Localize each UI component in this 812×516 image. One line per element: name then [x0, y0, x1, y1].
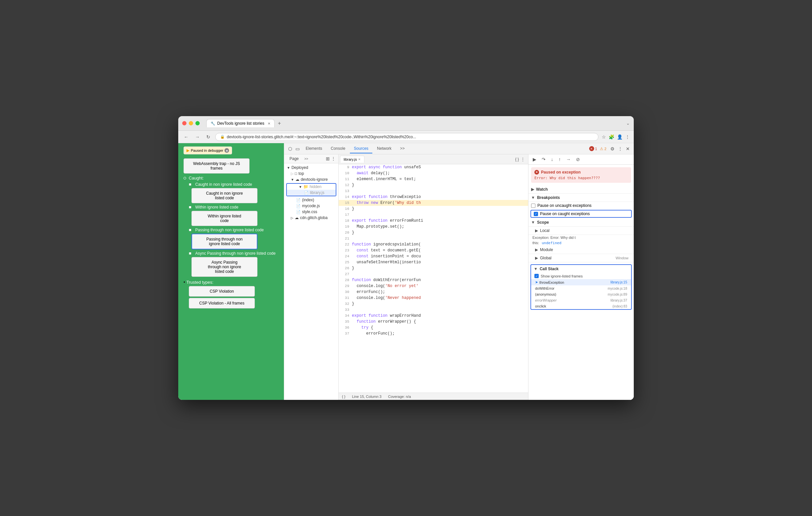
within-ignore-button[interactable]: Within ignore listedcode — [192, 211, 258, 226]
tab-console[interactable]: Console — [327, 144, 349, 153]
module-scope-header[interactable]: ▶ Module — [528, 246, 634, 254]
global-scope-header[interactable]: ▶ Global Window — [528, 254, 634, 262]
watch-section-header[interactable]: ▶ Watch — [528, 185, 634, 194]
back-button[interactable]: ← — [182, 133, 190, 141]
step-button[interactable]: → — [564, 156, 572, 163]
call-stack-frame-4[interactable]: onclick (index):83 — [531, 303, 631, 309]
pause-caught-item-highlighted: ✓ Pause on caught exceptions — [530, 210, 632, 218]
devtools-settings-icon[interactable]: ⚙ — [609, 145, 616, 153]
tab-elements[interactable]: Elements — [302, 144, 326, 153]
maximize-button[interactable] — [195, 121, 200, 125]
new-snippet-icon[interactable]: ⋮ — [331, 156, 336, 161]
code-line-32: 32 } — [339, 301, 528, 307]
tab-close-icon[interactable]: ✕ — [268, 122, 270, 125]
caught-non-ignore-button[interactable]: Caught in non ignorelisted code — [192, 188, 258, 203]
editor-format-icon[interactable]: { } — [515, 157, 519, 162]
exception-box: ✕ Paused on exception Error: Why did thi… — [531, 167, 631, 183]
tab-favicon-icon: 🔧 — [211, 121, 215, 126]
exception-error-icon: ✕ — [534, 170, 539, 175]
cloud-expand-icon: ▼ — [291, 178, 294, 181]
call-stack-frame-3[interactable]: errorWrapper library.js:37 — [531, 297, 631, 303]
call-stack-frame-1[interactable]: doWithError mycode.js:18 — [531, 285, 631, 291]
file-tree-hidden[interactable]: ▼ 📁 hidden — [287, 184, 336, 190]
editor-area[interactable]: 9 export async function unsafeS 10 await… — [339, 164, 528, 393]
warning-count[interactable]: ⚠ 2 — [600, 147, 606, 151]
code-line-18: 18 export function errorFromRunti — [339, 218, 528, 224]
page-tab[interactable]: Page — [287, 155, 301, 162]
file-tree-mycode[interactable]: 📄 mycode.js — [284, 203, 338, 209]
bookmark-icon[interactable]: ☆ — [602, 134, 606, 140]
this-value: undefined — [542, 241, 561, 245]
frame-3-fn: errorWrapper — [535, 298, 556, 302]
file-tree-style[interactable]: 📄 style.css — [284, 209, 338, 215]
devtools-device-icon[interactable]: ▭ — [294, 145, 301, 153]
reload-button[interactable]: ↻ — [205, 133, 212, 141]
top-label: top — [298, 171, 304, 176]
close-button[interactable] — [182, 121, 186, 125]
scope-arrow-icon: ▼ — [531, 220, 535, 225]
code-line-31: 31 console.log('Never happened — [339, 295, 528, 301]
devtools-close-icon[interactable]: ✕ — [625, 145, 631, 153]
minimize-button[interactable] — [189, 121, 193, 125]
async-passing-button[interactable]: Async Passingthrough non ignorelisted co… — [192, 257, 258, 277]
menu-icon[interactable]: ⋮ — [625, 134, 630, 140]
deactivate-breakpoints-button[interactable]: ⊘ — [574, 156, 582, 163]
file-tree-top[interactable]: ▷ □ top — [284, 171, 338, 177]
editor-more-icon[interactable]: ⋮ — [519, 156, 527, 162]
local-scope-header[interactable]: ▶ Local — [528, 227, 634, 235]
call-stack-header[interactable]: ▼ Call Stack — [531, 265, 631, 273]
call-stack-frame-0[interactable]: ➤ throwException library.js:15 — [531, 279, 631, 285]
file-tree: ▼ Deployed ▷ □ top ▼ ☁ devtools-ignore — [284, 163, 338, 400]
editor-tab-library-js[interactable]: library.js ✕ — [340, 156, 365, 163]
cursor-position-icon: { } — [342, 395, 345, 399]
step-over-button[interactable]: ↷ — [540, 156, 547, 163]
breakpoints-section-header[interactable]: ▼ Breakpoints — [528, 194, 634, 202]
forward-button[interactable]: → — [194, 133, 201, 141]
step-out-button[interactable]: ↑ — [557, 156, 562, 163]
file-tree-library-js[interactable]: 📄 library.js — [287, 190, 336, 195]
devtools-menu-icon[interactable]: ⋮ — [617, 145, 624, 153]
new-tab-button[interactable]: + — [276, 120, 283, 127]
code-line-21: 21 — [339, 236, 528, 242]
tab-close-library-js[interactable]: ✕ — [358, 158, 361, 161]
resume-button[interactable]: ▶ — [531, 156, 538, 163]
pause-caught-checkbox[interactable]: ✓ — [534, 212, 538, 216]
cursor-position: Line 15, Column 3 — [352, 395, 381, 399]
deployed-label: Deployed — [291, 165, 308, 170]
devtools-panel: ⬡ ▭ Elements Console Sources Network >> … — [284, 143, 634, 400]
file-red-icon3: 📄 — [296, 210, 301, 214]
file-tree-index[interactable]: 📄 (index) — [284, 197, 338, 203]
call-stack-frame-2[interactable]: (anonymous) mycode.js:89 — [531, 291, 631, 297]
sources-more-btn[interactable]: >> — [303, 156, 310, 161]
passing-through-button[interactable]: Passing through nonignore listed code — [192, 234, 258, 249]
file-tree-deployed[interactable]: ▼ Deployed — [284, 164, 338, 171]
this-key: this: — [532, 241, 539, 245]
tab-more[interactable]: >> — [396, 144, 409, 153]
traffic-lights — [182, 121, 200, 125]
pause-uncaught-checkbox[interactable] — [531, 204, 535, 208]
show-frames-checkbox[interactable]: ✓ — [534, 274, 539, 278]
sidebar-toggle-icon[interactable]: ⊞ — [326, 156, 330, 161]
error-count[interactable]: ✕ 1 — [589, 146, 597, 151]
tab-sources[interactable]: Sources — [350, 144, 372, 153]
file-tree-devtools-ignore[interactable]: ▼ ☁ devtools-ignore — [284, 177, 338, 182]
devtools-inspect-icon[interactable]: ⬡ — [287, 145, 293, 153]
extensions-icon[interactable]: 🧩 — [609, 134, 614, 140]
tab-network[interactable]: Network — [373, 144, 396, 153]
coverage-status: Coverage: n/a — [388, 395, 411, 399]
profile-icon[interactable]: 👤 — [617, 134, 622, 140]
scope-section-header[interactable]: ▼ Scope — [528, 218, 634, 227]
csp-violation-all-button[interactable]: CSP Violation - All frames — [189, 298, 255, 308]
global-arrow-icon: ▶ — [535, 256, 538, 260]
frame-0-loc: library.js:15 — [611, 280, 627, 284]
code-line-22: 22 function ignoredcspviolation( — [339, 242, 528, 247]
caught-item-4-bullet: ■ — [189, 251, 193, 256]
active-tab[interactable]: 🔧 DevTools ignore list stories ✕ — [206, 119, 274, 127]
file-tree-cdn[interactable]: ▷ ☁ cdn.glitch.globa — [284, 215, 338, 221]
step-into-button[interactable]: ↓ — [549, 156, 555, 163]
frame-2-loc: mycode.js:89 — [608, 293, 627, 296]
csp-violation-button[interactable]: CSP Violation — [189, 286, 255, 297]
exception-scope-key: Exception: Error: Why did t — [532, 236, 576, 240]
exception-scope-item: Exception: Error: Why did t — [528, 235, 634, 240]
url-bar[interactable]: 🔒 devtools-ignore-list-stories.glitch.me… — [215, 133, 599, 141]
